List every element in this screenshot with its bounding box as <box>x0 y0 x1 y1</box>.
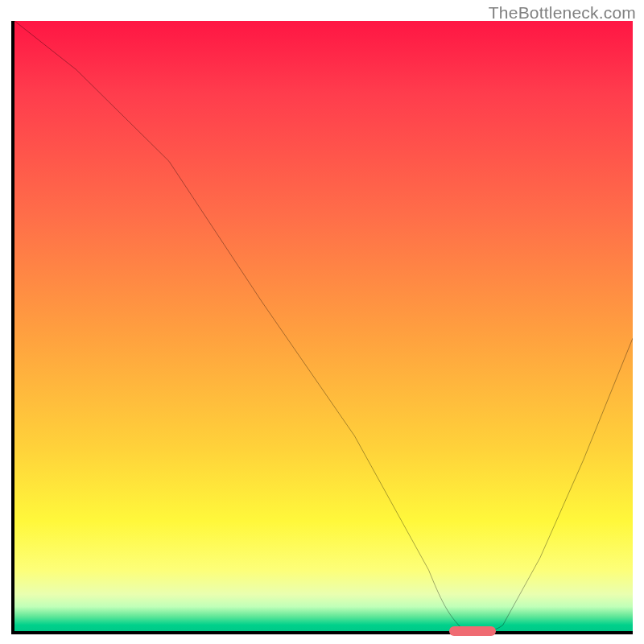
curve-path <box>14 21 633 631</box>
optimal-range-marker <box>449 626 496 636</box>
chart-frame <box>11 21 633 634</box>
watermark-text: TheBottleneck.com <box>489 3 636 23</box>
bottleneck-curve <box>14 21 633 631</box>
